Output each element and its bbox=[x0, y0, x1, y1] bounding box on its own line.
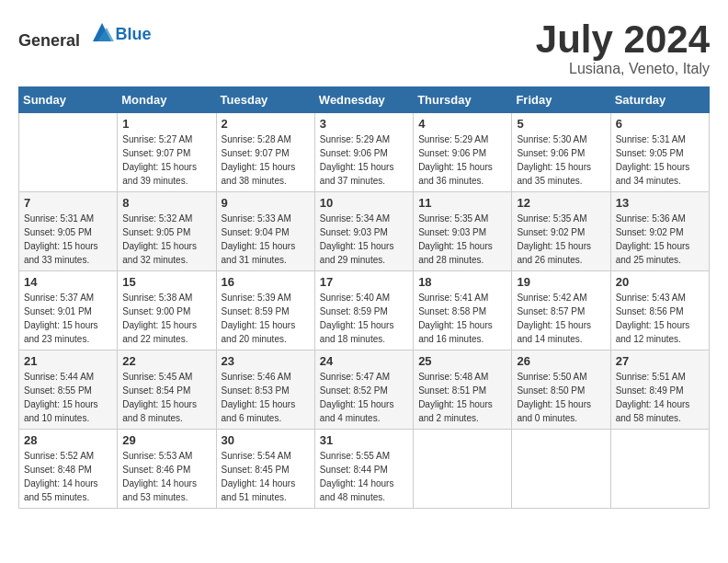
month-title: July 2024 bbox=[536, 18, 710, 61]
day-info: Sunrise: 5:41 AM Sunset: 8:58 PM Dayligh… bbox=[418, 291, 506, 346]
day-number: 10 bbox=[320, 196, 408, 210]
day-number: 22 bbox=[122, 354, 210, 368]
day-info: Sunrise: 5:54 AM Sunset: 8:45 PM Dayligh… bbox=[222, 449, 310, 504]
day-number: 1 bbox=[122, 117, 210, 131]
calendar-cell: 23Sunrise: 5:46 AM Sunset: 8:53 PM Dayli… bbox=[216, 350, 314, 430]
day-number: 6 bbox=[616, 117, 704, 131]
calendar-cell: 15Sunrise: 5:38 AM Sunset: 9:00 PM Dayli… bbox=[118, 271, 216, 350]
day-number: 8 bbox=[122, 196, 210, 210]
calendar-cell: 11Sunrise: 5:35 AM Sunset: 9:03 PM Dayli… bbox=[414, 192, 512, 271]
calendar-cell bbox=[414, 430, 512, 509]
day-info: Sunrise: 5:28 AM Sunset: 9:07 PM Dayligh… bbox=[222, 132, 310, 188]
calendar-cell: 9Sunrise: 5:33 AM Sunset: 9:04 PM Daylig… bbox=[216, 192, 314, 271]
day-info: Sunrise: 5:29 AM Sunset: 9:06 PM Dayligh… bbox=[320, 132, 408, 188]
header-cell-thursday: Thursday bbox=[414, 87, 512, 113]
day-info: Sunrise: 5:40 AM Sunset: 8:59 PM Dayligh… bbox=[320, 291, 408, 346]
calendar-cell: 20Sunrise: 5:43 AM Sunset: 8:56 PM Dayli… bbox=[610, 271, 709, 350]
day-info: Sunrise: 5:42 AM Sunset: 8:57 PM Dayligh… bbox=[517, 291, 605, 346]
calendar-cell: 10Sunrise: 5:34 AM Sunset: 9:03 PM Dayli… bbox=[314, 192, 413, 271]
calendar-cell: 16Sunrise: 5:39 AM Sunset: 8:59 PM Dayli… bbox=[216, 271, 314, 350]
day-number: 26 bbox=[517, 354, 605, 368]
day-number: 20 bbox=[616, 275, 704, 289]
calendar-cell: 21Sunrise: 5:44 AM Sunset: 8:55 PM Dayli… bbox=[19, 350, 118, 430]
calendar-cell: 5Sunrise: 5:30 AM Sunset: 9:06 PM Daylig… bbox=[512, 113, 610, 192]
calendar-cell: 30Sunrise: 5:54 AM Sunset: 8:45 PM Dayli… bbox=[216, 430, 314, 509]
day-number: 24 bbox=[320, 354, 408, 368]
day-info: Sunrise: 5:47 AM Sunset: 8:52 PM Dayligh… bbox=[320, 370, 408, 425]
calendar-cell: 22Sunrise: 5:45 AM Sunset: 8:54 PM Dayli… bbox=[118, 350, 216, 430]
day-number: 14 bbox=[24, 275, 112, 289]
calendar-cell: 6Sunrise: 5:31 AM Sunset: 9:05 PM Daylig… bbox=[610, 113, 709, 192]
calendar-week-row: 7Sunrise: 5:31 AM Sunset: 9:05 PM Daylig… bbox=[19, 192, 710, 271]
day-number: 21 bbox=[24, 354, 112, 368]
calendar-week-row: 1Sunrise: 5:27 AM Sunset: 9:07 PM Daylig… bbox=[19, 113, 710, 192]
day-number: 5 bbox=[517, 117, 605, 131]
day-info: Sunrise: 5:43 AM Sunset: 8:56 PM Dayligh… bbox=[616, 291, 704, 346]
calendar-cell: 31Sunrise: 5:55 AM Sunset: 8:44 PM Dayli… bbox=[314, 430, 413, 509]
day-info: Sunrise: 5:31 AM Sunset: 9:05 PM Dayligh… bbox=[616, 132, 704, 188]
day-number: 7 bbox=[24, 196, 112, 210]
day-info: Sunrise: 5:44 AM Sunset: 8:55 PM Dayligh… bbox=[24, 370, 112, 425]
day-info: Sunrise: 5:35 AM Sunset: 9:03 PM Dayligh… bbox=[418, 212, 506, 267]
header-cell-saturday: Saturday bbox=[610, 87, 709, 113]
calendar-cell: 14Sunrise: 5:37 AM Sunset: 9:01 PM Dayli… bbox=[19, 271, 118, 350]
header-cell-sunday: Sunday bbox=[19, 87, 118, 113]
day-info: Sunrise: 5:53 AM Sunset: 8:46 PM Dayligh… bbox=[122, 449, 210, 504]
day-info: Sunrise: 5:29 AM Sunset: 9:06 PM Dayligh… bbox=[418, 132, 506, 188]
calendar-table: SundayMondayTuesdayWednesdayThursdayFrid… bbox=[18, 86, 710, 509]
calendar-cell: 25Sunrise: 5:48 AM Sunset: 8:51 PM Dayli… bbox=[414, 350, 512, 430]
day-info: Sunrise: 5:52 AM Sunset: 8:48 PM Dayligh… bbox=[24, 449, 112, 504]
day-number: 11 bbox=[418, 196, 506, 210]
calendar-cell: 13Sunrise: 5:36 AM Sunset: 9:02 PM Dayli… bbox=[610, 192, 709, 271]
day-number: 19 bbox=[517, 275, 605, 289]
logo-general: General bbox=[18, 31, 80, 50]
header-cell-monday: Monday bbox=[118, 87, 216, 113]
logo: General Blue bbox=[18, 18, 152, 51]
day-number: 13 bbox=[616, 196, 704, 210]
calendar-cell: 8Sunrise: 5:32 AM Sunset: 9:05 PM Daylig… bbox=[118, 192, 216, 271]
day-info: Sunrise: 5:32 AM Sunset: 9:05 PM Dayligh… bbox=[122, 212, 210, 267]
calendar-cell: 4Sunrise: 5:29 AM Sunset: 9:06 PM Daylig… bbox=[414, 113, 512, 192]
header-cell-wednesday: Wednesday bbox=[314, 87, 413, 113]
day-info: Sunrise: 5:39 AM Sunset: 8:59 PM Dayligh… bbox=[222, 291, 310, 346]
day-info: Sunrise: 5:55 AM Sunset: 8:44 PM Dayligh… bbox=[320, 449, 408, 504]
calendar-cell: 26Sunrise: 5:50 AM Sunset: 8:50 PM Dayli… bbox=[512, 350, 610, 430]
day-number: 31 bbox=[320, 433, 408, 447]
day-number: 15 bbox=[122, 275, 210, 289]
day-info: Sunrise: 5:45 AM Sunset: 8:54 PM Dayligh… bbox=[122, 370, 210, 425]
day-info: Sunrise: 5:34 AM Sunset: 9:03 PM Dayligh… bbox=[320, 212, 408, 267]
day-info: Sunrise: 5:50 AM Sunset: 8:50 PM Dayligh… bbox=[517, 370, 605, 425]
day-number: 25 bbox=[418, 354, 506, 368]
day-number: 3 bbox=[320, 117, 408, 131]
day-number: 30 bbox=[222, 433, 310, 447]
header-cell-friday: Friday bbox=[512, 87, 610, 113]
calendar-cell bbox=[610, 430, 709, 509]
day-info: Sunrise: 5:36 AM Sunset: 9:02 PM Dayligh… bbox=[616, 212, 704, 267]
day-info: Sunrise: 5:33 AM Sunset: 9:04 PM Dayligh… bbox=[222, 212, 310, 267]
day-number: 4 bbox=[418, 117, 506, 131]
calendar-cell: 12Sunrise: 5:35 AM Sunset: 9:02 PM Dayli… bbox=[512, 192, 610, 271]
calendar-week-row: 28Sunrise: 5:52 AM Sunset: 8:48 PM Dayli… bbox=[19, 430, 710, 509]
calendar-cell: 24Sunrise: 5:47 AM Sunset: 8:52 PM Dayli… bbox=[314, 350, 413, 430]
day-info: Sunrise: 5:48 AM Sunset: 8:51 PM Dayligh… bbox=[418, 370, 506, 425]
calendar-cell bbox=[512, 430, 610, 509]
calendar-header-row: SundayMondayTuesdayWednesdayThursdayFrid… bbox=[19, 87, 710, 113]
calendar-cell bbox=[19, 113, 118, 192]
day-number: 28 bbox=[24, 433, 112, 447]
calendar-cell: 19Sunrise: 5:42 AM Sunset: 8:57 PM Dayli… bbox=[512, 271, 610, 350]
day-number: 2 bbox=[222, 117, 310, 131]
calendar-cell: 27Sunrise: 5:51 AM Sunset: 8:49 PM Dayli… bbox=[610, 350, 709, 430]
header-cell-tuesday: Tuesday bbox=[216, 87, 314, 113]
calendar-cell: 29Sunrise: 5:53 AM Sunset: 8:46 PM Dayli… bbox=[118, 430, 216, 509]
header: General Blue July 2024 Lusiana, Veneto, … bbox=[18, 18, 710, 77]
day-info: Sunrise: 5:35 AM Sunset: 9:02 PM Dayligh… bbox=[517, 212, 605, 267]
day-number: 18 bbox=[418, 275, 506, 289]
day-number: 17 bbox=[320, 275, 408, 289]
day-number: 16 bbox=[222, 275, 310, 289]
title-area: July 2024 Lusiana, Veneto, Italy bbox=[536, 18, 710, 77]
calendar-week-row: 14Sunrise: 5:37 AM Sunset: 9:01 PM Dayli… bbox=[19, 271, 710, 350]
day-info: Sunrise: 5:51 AM Sunset: 8:49 PM Dayligh… bbox=[616, 370, 704, 425]
calendar-week-row: 21Sunrise: 5:44 AM Sunset: 8:55 PM Dayli… bbox=[19, 350, 710, 430]
day-info: Sunrise: 5:30 AM Sunset: 9:06 PM Dayligh… bbox=[517, 132, 605, 188]
calendar-cell: 7Sunrise: 5:31 AM Sunset: 9:05 PM Daylig… bbox=[19, 192, 118, 271]
